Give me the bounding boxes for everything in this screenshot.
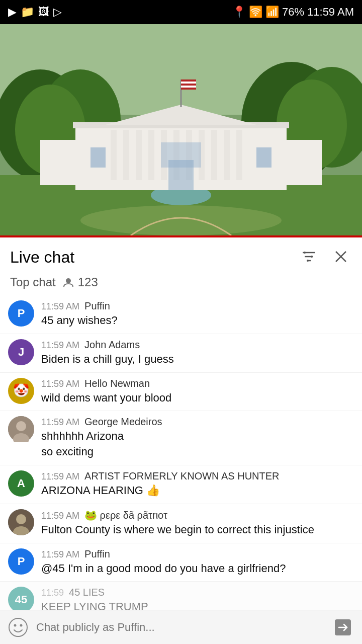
svg-point-45: [16, 421, 26, 431]
svg-point-34: [80, 205, 282, 235]
svg-rect-24: [40, 140, 80, 185]
svg-rect-29: [168, 160, 194, 190]
svg-rect-15: [148, 130, 154, 180]
location-icon: 📍: [232, 6, 246, 19]
live-chat-title: Live chat: [10, 248, 74, 267]
avatar: 45: [8, 587, 34, 613]
emoji-button[interactable]: [6, 615, 30, 639]
message-author: ARTIST FORMERLY KNOWN AS HUNTER: [84, 470, 279, 482]
message-author: John Adams: [84, 339, 140, 351]
avatar: P: [8, 548, 34, 575]
message-time: 11:59 AM: [41, 379, 79, 389]
list-item: P 11:59 AM Puffin @45 I'm in a good mood…: [0, 543, 362, 582]
message-content: 11:59 AM George Medeiros shhhhhh Arizona…: [41, 416, 354, 460]
message-text: @45 I'm in a good mood do you have a gir…: [41, 562, 286, 575]
message-time: 11:59 AM: [41, 417, 79, 428]
svg-rect-25: [282, 140, 322, 185]
list-item: J 11:59 AM John Adams Biden is a chill g…: [0, 334, 362, 373]
viewer-icon: [62, 276, 75, 289]
svg-rect-20: [211, 130, 217, 180]
send-icon: [333, 617, 353, 637]
message-content: 11:59 AM Hello Newman wild dems want you…: [41, 378, 354, 406]
status-bar: ▶ 📁 🖼 ▷ 📍 🛜 📶 76% 11:59 AM: [0, 0, 362, 24]
message-text: ARIZONA HEARING 👍: [41, 484, 160, 497]
avatar: P: [8, 300, 34, 327]
filter-icon: [300, 248, 318, 266]
playstore-icon: ▷: [53, 6, 62, 19]
wifi-icon: 🛜: [249, 6, 262, 19]
send-button[interactable]: [330, 614, 356, 640]
message-content: 11:59 AM Puffin @45 I'm in a good mood d…: [41, 548, 354, 577]
message-text: Fulton County is where we begin to corre…: [41, 523, 314, 536]
message-meta: 11:59 AM Puffin: [41, 300, 354, 312]
message-meta: 11:59 AM Hello Newman: [41, 378, 354, 389]
svg-rect-13: [123, 130, 129, 180]
svg-rect-28: [256, 147, 272, 168]
list-item: P 11:59 AM Puffin 45 any wishes?: [0, 295, 362, 334]
avatar: J: [8, 339, 34, 365]
emoji-icon: [8, 617, 28, 637]
svg-rect-14: [136, 130, 142, 180]
message-author: Puffin: [84, 548, 110, 560]
svg-rect-31: [181, 79, 196, 90]
svg-point-43: [66, 278, 71, 283]
message-text: 45 any wishes?: [41, 314, 118, 327]
svg-rect-26: [90, 147, 106, 168]
message-text: shhhhhh Arizonaso exciting: [41, 430, 124, 458]
message-time: 11:59 AM: [41, 301, 79, 312]
youtube-icon: ▶: [8, 6, 17, 19]
avatar: A: [8, 470, 34, 497]
list-item: A 11:59 AM ARTIST FORMERLY KNOWN AS HUNT…: [0, 465, 362, 504]
svg-point-50: [9, 618, 27, 636]
message-text: Biden is a chill guy, I guess: [41, 353, 174, 365]
svg-rect-39: [311, 256, 313, 258]
message-time: 11:59 AM: [41, 340, 79, 351]
signal-icon: 📶: [265, 6, 279, 19]
chat-messages-list: P 11:59 AM Puffin 45 any wishes? J 11:59…: [0, 295, 362, 620]
status-left-icons: ▶ 📁 🖼 ▷: [8, 6, 62, 19]
top-chat-label[interactable]: Top chat: [10, 275, 56, 289]
message-meta: 11:59 AM Puffin: [41, 548, 354, 560]
message-content: 11:59 AM Puffin 45 any wishes?: [41, 300, 354, 329]
filter-button[interactable]: [298, 246, 320, 269]
message-meta: 11:59 AM George Medeiros: [41, 416, 354, 428]
avatar-photo: [8, 509, 34, 535]
message-time: 11:59: [41, 588, 64, 598]
svg-rect-33: [181, 86, 196, 88]
message-content: 11:59 AM ARTIST FORMERLY KNOWN AS HUNTER…: [41, 470, 354, 499]
chat-input-bar: [0, 610, 362, 644]
list-item: 11:59 AM George Medeiros shhhhhh Arizona…: [0, 411, 362, 465]
message-author: 🐸 ρερε δã ρãτrιοτ: [84, 509, 167, 521]
status-right-info: 📍 🛜 📶 76% 11:59 AM: [232, 6, 354, 19]
svg-rect-32: [181, 82, 196, 84]
svg-point-48: [16, 514, 26, 524]
chat-input[interactable]: [36, 621, 324, 634]
message-meta: 11:59 45 LIES: [41, 587, 354, 598]
live-chat-header: Live chat: [0, 237, 362, 273]
message-time: 11:59 AM: [41, 511, 79, 521]
message-text: wild dems want your blood: [41, 391, 171, 404]
avatar-photo: [8, 416, 34, 442]
message-meta: 11:59 AM 🐸 ρερε δã ρãτrιοτ: [41, 509, 354, 521]
message-content: 11:59 AM John Adams Biden is a chill guy…: [41, 339, 354, 367]
message-meta: 11:59 AM John Adams: [41, 339, 354, 351]
svg-rect-38: [304, 252, 306, 254]
svg-point-52: [20, 624, 23, 626]
message-content: 11:59 AM 🐸 ρερε δã ρãτrιοτ Fulton County…: [41, 509, 354, 538]
list-item: 🤡 11:59 AM Hello Newman wild dems want y…: [0, 373, 362, 412]
svg-point-51: [14, 624, 17, 626]
svg-rect-12: [111, 130, 117, 180]
message-time: 11:59 AM: [41, 549, 79, 560]
message-author: Puffin: [84, 300, 110, 312]
video-thumbnail: [0, 24, 362, 235]
list-item: 11:59 AM 🐸 ρερε δã ρãτrιοτ Fulton County…: [0, 504, 362, 543]
svg-rect-40: [307, 260, 309, 262]
message-time: 11:59 AM: [41, 471, 79, 482]
folder-icon: 📁: [21, 6, 34, 19]
header-actions: [298, 246, 352, 269]
message-author: 45 LIES: [69, 587, 105, 598]
message-meta: 11:59 AM ARTIST FORMERLY KNOWN AS HUNTER: [41, 470, 354, 482]
video-player[interactable]: [0, 24, 362, 235]
viewer-count: 123: [62, 275, 98, 289]
close-button[interactable]: [330, 246, 352, 269]
